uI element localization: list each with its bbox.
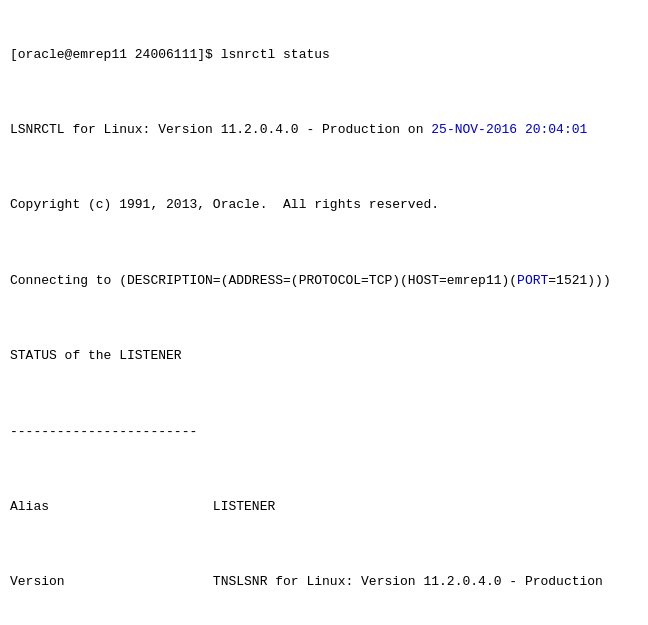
terminal-output: [oracle@emrep11 24006111]$ lsnrctl statu…: [10, 8, 638, 625]
timestamp1: 25-NOV-2016 20:04:01: [431, 122, 587, 137]
line-divider: ------------------------: [10, 423, 638, 442]
line-status-header: STATUS of the LISTENER: [10, 347, 638, 366]
line-connecting1: Connecting to (DESCRIPTION=(ADDRESS=(PRO…: [10, 272, 638, 291]
line-copyright1: Copyright (c) 1991, 2013, Oracle. All ri…: [10, 196, 638, 215]
port-highlight1: PORT: [517, 273, 548, 288]
line-version: Version TNSLSNR for Linux: Version 11.2.…: [10, 573, 638, 592]
line-lsnrctl1: LSNRCTL for Linux: Version 11.2.0.4.0 - …: [10, 121, 638, 140]
line-alias: Alias LISTENER: [10, 498, 638, 517]
line-cmd1: [oracle@emrep11 24006111]$ lsnrctl statu…: [10, 46, 638, 65]
